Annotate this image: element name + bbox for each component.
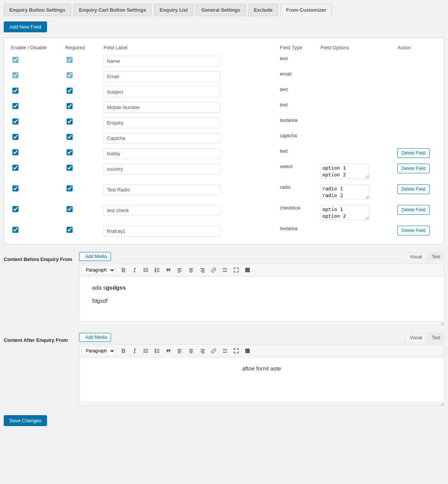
- svg-rect-31: [247, 268, 248, 269]
- field-label-input[interactable]: [103, 133, 220, 144]
- align-right-icon[interactable]: [197, 265, 207, 275]
- field-options-input[interactable]: [320, 184, 369, 199]
- field-label-input[interactable]: [103, 226, 220, 237]
- number-list-icon[interactable]: 123: [152, 265, 162, 275]
- table-row: textareaDelete Field: [9, 223, 439, 239]
- quote-icon[interactable]: [164, 265, 173, 275]
- toolbar-toggle-icon[interactable]: [243, 346, 252, 356]
- tab-enquiry-cart-button-settings[interactable]: Enquiry Cart Button Settings: [73, 4, 152, 16]
- required-checkbox[interactable]: [67, 134, 73, 140]
- tab-enquiry-list[interactable]: Enquiry List: [154, 4, 193, 16]
- resize-handle[interactable]: [79, 322, 444, 325]
- svg-rect-30: [245, 268, 246, 269]
- quote-icon[interactable]: [164, 346, 173, 356]
- add-new-field-button[interactable]: Add New Field: [4, 21, 47, 32]
- resize-handle[interactable]: [79, 402, 444, 406]
- editor-tab-visual-before[interactable]: Visual: [406, 252, 426, 261]
- svg-rect-70: [247, 349, 248, 350]
- required-checkbox[interactable]: [67, 227, 73, 233]
- bold-icon[interactable]: [118, 265, 128, 275]
- field-label-input[interactable]: [103, 86, 220, 97]
- editor-tab-text-before[interactable]: Text: [428, 252, 444, 261]
- required-checkbox[interactable]: [67, 165, 73, 171]
- delete-field-button[interactable]: Delete Field: [397, 148, 430, 158]
- required-checkbox[interactable]: [67, 149, 73, 155]
- enable-checkbox[interactable]: [12, 165, 18, 171]
- delete-field-button[interactable]: Delete Field: [397, 226, 430, 235]
- align-center-icon[interactable]: [186, 346, 196, 356]
- save-changes-button[interactable]: Save Changes: [4, 415, 47, 426]
- field-type: text: [278, 146, 318, 161]
- add-media-after-button[interactable]: Add Media: [79, 333, 111, 342]
- required-checkbox[interactable]: [67, 185, 73, 191]
- table-row: text: [9, 100, 439, 115]
- table-row: radioDelete Field: [9, 182, 439, 203]
- enable-checkbox[interactable]: [12, 88, 18, 94]
- tab-from-customizer[interactable]: From Customizer: [280, 4, 332, 16]
- field-options-input[interactable]: [320, 164, 369, 179]
- bold-icon[interactable]: [118, 346, 128, 356]
- editor-tab-visual-after[interactable]: Visual: [406, 333, 426, 342]
- link-icon[interactable]: [209, 346, 219, 356]
- field-label-input[interactable]: [103, 117, 220, 128]
- fullscreen-icon[interactable]: [231, 346, 241, 356]
- read-more-icon[interactable]: [220, 346, 230, 356]
- field-options-input[interactable]: [320, 205, 369, 220]
- editor-body-after[interactable]: aftoe forml aste: [79, 357, 444, 402]
- content-before-label: Content Before Enquiry From: [4, 252, 79, 325]
- enable-checkbox[interactable]: [12, 103, 18, 109]
- tab-exclude[interactable]: Exclude: [248, 4, 278, 16]
- required-checkbox[interactable]: [67, 118, 73, 124]
- add-media-before-button[interactable]: Add Media: [79, 252, 111, 261]
- svg-rect-72: [245, 350, 246, 351]
- editor-tab-text-after[interactable]: Text: [428, 333, 444, 342]
- field-label-input[interactable]: [103, 184, 220, 195]
- field-label-input[interactable]: [103, 164, 220, 174]
- enable-checkbox[interactable]: [12, 57, 18, 63]
- svg-rect-76: [247, 352, 248, 353]
- enable-checkbox[interactable]: [12, 134, 18, 140]
- number-list-icon[interactable]: 123: [152, 346, 162, 356]
- bullet-list-icon[interactable]: [141, 265, 151, 275]
- svg-rect-38: [248, 271, 249, 272]
- required-checkbox[interactable]: [67, 57, 73, 63]
- enable-checkbox[interactable]: [12, 227, 18, 233]
- align-center-icon[interactable]: [186, 265, 196, 275]
- required-checkbox[interactable]: [67, 72, 73, 78]
- delete-field-button[interactable]: Delete Field: [397, 184, 430, 194]
- enable-checkbox[interactable]: [12, 118, 18, 124]
- align-right-icon[interactable]: [197, 346, 207, 356]
- tab-general-settings[interactable]: General Settings: [196, 4, 246, 16]
- align-left-icon[interactable]: [175, 346, 185, 356]
- field-type: radio: [278, 182, 318, 203]
- field-label-input[interactable]: [103, 71, 220, 82]
- delete-field-button[interactable]: Delete Field: [397, 164, 430, 173]
- field-label-input[interactable]: [103, 205, 220, 216]
- svg-text:3: 3: [155, 352, 156, 354]
- italic-icon[interactable]: [130, 265, 140, 275]
- toolbar-toggle-icon[interactable]: [243, 265, 252, 275]
- format-select[interactable]: Paragraph: [82, 346, 115, 355]
- tab-enquiry-button-settings[interactable]: Enquiry Button Settings: [4, 4, 71, 16]
- table-row: textDelete Field: [9, 146, 439, 161]
- editor-body-before[interactable]: ada sgsdgss fdgsdf: [79, 276, 444, 322]
- read-more-icon[interactable]: [220, 265, 230, 275]
- required-checkbox[interactable]: [67, 88, 73, 94]
- italic-icon[interactable]: [130, 346, 140, 356]
- enable-checkbox[interactable]: [12, 149, 18, 155]
- enable-checkbox[interactable]: [12, 206, 18, 212]
- required-checkbox[interactable]: [67, 103, 73, 109]
- format-select[interactable]: Paragraph: [82, 266, 115, 275]
- svg-rect-77: [248, 352, 249, 353]
- fullscreen-icon[interactable]: [231, 265, 241, 275]
- enable-checkbox[interactable]: [12, 185, 18, 191]
- field-label-input[interactable]: [103, 148, 220, 159]
- delete-field-button[interactable]: Delete Field: [397, 205, 430, 215]
- required-checkbox[interactable]: [67, 206, 73, 212]
- align-left-icon[interactable]: [175, 265, 185, 275]
- link-icon[interactable]: [209, 265, 219, 275]
- field-label-input[interactable]: [103, 102, 220, 113]
- bullet-list-icon[interactable]: [141, 346, 151, 356]
- field-label-input[interactable]: [103, 56, 220, 67]
- enable-checkbox[interactable]: [12, 72, 18, 78]
